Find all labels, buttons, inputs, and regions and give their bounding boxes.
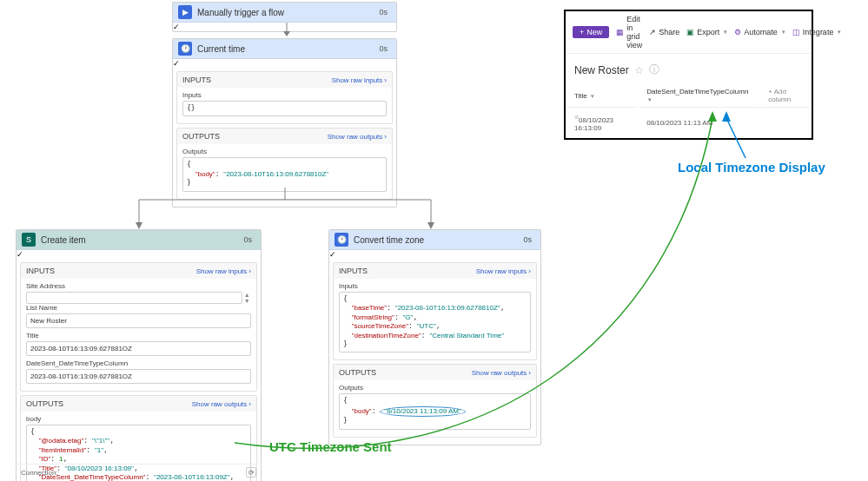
outputs-header[interactable]: OUTPUTS Show raw outputs › bbox=[21, 396, 256, 412]
list-name-label: List Name bbox=[26, 304, 251, 312]
scroll-icon: ▲▼ bbox=[242, 292, 251, 304]
chevron-right-icon: › bbox=[384, 133, 387, 141]
list-title: New Roster ☆ ⓘ bbox=[566, 54, 812, 82]
outputs-value: { "body": "8/10/2023 11:13:09 AM"} bbox=[339, 393, 531, 429]
flow-step-trigger[interactable]: ▶ Manually trigger a flow 0s ✓ bbox=[172, 2, 397, 32]
annotation-local-display: Local Timezone Display bbox=[678, 160, 825, 175]
site-address-label: Site Address bbox=[26, 282, 251, 290]
add-column[interactable]: + Add column bbox=[761, 84, 810, 108]
chevron-down-icon: ▾ bbox=[782, 29, 785, 36]
chevron-right-icon: › bbox=[248, 267, 251, 275]
chevron-down-icon: ▾ bbox=[591, 93, 594, 99]
inputs-label: Inputs bbox=[339, 282, 531, 290]
datesent-label: DateSent_DateTimeTypeColumn bbox=[26, 359, 251, 367]
col-title[interactable]: Title ▾ bbox=[567, 84, 638, 108]
chevron-down-icon: ▾ bbox=[838, 29, 841, 36]
integrate-button[interactable]: ◫ Integrate ▾ bbox=[792, 28, 842, 36]
inputs-value: {} bbox=[182, 101, 387, 116]
step-duration: 0s bbox=[243, 235, 252, 244]
inputs-header[interactable]: INPUTS Show raw inputs › bbox=[177, 72, 392, 88]
inputs-header[interactable]: INPUTS Show raw inputs › bbox=[334, 263, 536, 279]
outputs-header[interactable]: OUTPUTS Show raw outputs › bbox=[334, 365, 536, 380]
connection-footer: Connection:⟳ bbox=[16, 464, 262, 480]
success-icon: ✓ bbox=[173, 59, 180, 68]
raw-outputs-link[interactable]: Show raw outputs › bbox=[328, 133, 387, 141]
chevron-right-icon: › bbox=[248, 400, 251, 408]
row-title: 08/10/2023 16:13:09 bbox=[574, 116, 613, 132]
trigger-icon: ▶ bbox=[178, 5, 192, 19]
flow-step-current-time[interactable]: 🕐 Current time 0s ✓ INPUTS Show raw inpu… bbox=[172, 38, 397, 208]
body-label: body bbox=[26, 415, 251, 423]
site-address-value bbox=[26, 292, 242, 304]
clock-icon: 🕐 bbox=[335, 233, 348, 247]
title-label: Title bbox=[26, 332, 251, 339]
info-icon[interactable]: ⓘ bbox=[649, 63, 659, 77]
automate-button[interactable]: ⚙ Automate ▾ bbox=[734, 28, 785, 36]
list-table: Title ▾ DateSent_DateTimeTypeColumn ▾ + … bbox=[566, 82, 812, 138]
chevron-down-icon: ▾ bbox=[648, 96, 652, 102]
success-icon: ✓ bbox=[173, 23, 180, 31]
step-title: Create item bbox=[41, 235, 243, 245]
raw-inputs-link[interactable]: Show raw inputs › bbox=[332, 76, 387, 84]
chevron-right-icon: › bbox=[528, 267, 531, 275]
table-row[interactable]: ⊘08/10/2023 16:13:09 08/10/2023 11:13 AM bbox=[567, 109, 810, 136]
highlighted-output: "8/10/2023 11:13:09 AM" bbox=[380, 406, 465, 417]
svg-marker-6 bbox=[136, 222, 142, 229]
grid-button[interactable]: ▦ Edit in grid view bbox=[616, 15, 642, 49]
success-icon: ✓ bbox=[329, 250, 336, 259]
flow-step-convert-timezone[interactable]: 🕐 Convert time zone 0s ✓ INPUTS Show raw… bbox=[328, 229, 541, 445]
step-title: Convert time zone bbox=[354, 235, 523, 245]
inputs-value: { "baseTime": "2023-08-10T16:13:09.62788… bbox=[339, 292, 531, 353]
svg-marker-7 bbox=[427, 222, 434, 229]
step-title: Current time bbox=[197, 44, 379, 54]
clock-icon: 🕐 bbox=[178, 42, 192, 56]
outputs-label: Outputs bbox=[339, 384, 531, 392]
col-datesent[interactable]: DateSent_DateTimeTypeColumn ▾ bbox=[639, 84, 759, 108]
inputs-label: Inputs bbox=[182, 91, 387, 99]
raw-outputs-link[interactable]: Show raw outputs › bbox=[192, 400, 251, 408]
outputs-value: { "body": "body": "2023-08-10T16:13:09.6… bbox=[182, 157, 387, 191]
inputs-header[interactable]: INPUTS Show raw inputs › bbox=[21, 263, 256, 279]
sharepoint-list-panel: + New ▦ Edit in grid view ↗ Share ▣ Expo… bbox=[564, 10, 813, 140]
new-button[interactable]: + New bbox=[573, 26, 609, 38]
step-title: Manually trigger a flow bbox=[197, 8, 379, 17]
star-icon[interactable]: ☆ bbox=[634, 64, 644, 76]
share-button[interactable]: ↗ Share bbox=[649, 28, 679, 36]
sharepoint-icon: S bbox=[22, 233, 36, 247]
success-icon: ✓ bbox=[17, 250, 23, 259]
title-value: 2023-08-10T16:13:09.627881OZ bbox=[26, 341, 251, 356]
outputs-label: Outputs bbox=[182, 148, 387, 155]
datesent-value: 2023-08-10T16:13:09.627881OZ bbox=[26, 369, 251, 384]
export-button[interactable]: ▣ Export ▾ bbox=[686, 28, 727, 36]
chevron-down-icon: ▾ bbox=[724, 29, 727, 36]
step-duration: 0s bbox=[379, 44, 388, 53]
flow-step-create-item[interactable]: S Create item 0s ✓ INPUTS Show raw input… bbox=[16, 229, 262, 481]
chevron-right-icon: › bbox=[528, 369, 531, 377]
step-duration: 0s bbox=[379, 8, 388, 16]
raw-inputs-link[interactable]: Show raw inputs › bbox=[476, 267, 531, 275]
refresh-icon[interactable]: ⟳ bbox=[246, 467, 256, 478]
step-duration: 0s bbox=[523, 235, 532, 244]
list-name-value: New Roster bbox=[26, 313, 251, 328]
chevron-right-icon: › bbox=[384, 76, 387, 84]
row-datesent: 08/10/2023 11:13 AM bbox=[639, 109, 759, 136]
sharepoint-toolbar: + New ▦ Edit in grid view ↗ Share ▣ Expo… bbox=[566, 11, 812, 54]
annotation-utc-sent: UTC Timezone Sent bbox=[269, 439, 392, 454]
outputs-header[interactable]: OUTPUTS Show raw outputs › bbox=[177, 128, 392, 144]
raw-inputs-link[interactable]: Show raw inputs › bbox=[196, 267, 251, 275]
raw-outputs-link[interactable]: Show raw outputs › bbox=[472, 369, 531, 377]
